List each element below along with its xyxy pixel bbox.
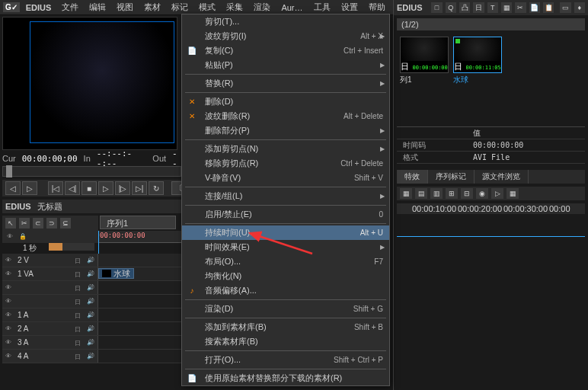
r-min-icon[interactable]: ▭ <box>560 2 570 13</box>
menu-item[interactable]: 粘贴(P)▶ <box>182 58 389 72</box>
menu-settings[interactable]: 设置 <box>337 0 363 14</box>
menu-help[interactable]: 帮助 <box>364 0 390 14</box>
menu-tools[interactable]: 工具 <box>309 0 335 14</box>
speaker-icon[interactable]: 🔊 <box>87 284 94 292</box>
scrub-head[interactable] <box>6 165 12 177</box>
r-close-icon[interactable]: ♦ <box>574 2 585 13</box>
rt-icon-6[interactable]: ◉ <box>476 188 488 199</box>
track-header[interactable]: 👁4 A日🔊 <box>2 350 98 363</box>
r-icon-4[interactable]: 日 <box>473 2 484 13</box>
stop-button[interactable]: ■ <box>81 181 97 195</box>
eye-icon[interactable]: 👁 <box>5 298 13 305</box>
speaker-icon[interactable]: 🔊 <box>87 298 94 305</box>
right-ruler[interactable]: 00:00:10:0000:00:20:0000:00:30:0000:00 <box>397 203 585 214</box>
menu-item[interactable]: 时间效果(E)▶ <box>182 240 389 254</box>
eye-icon[interactable]: 👁 <box>5 353 13 360</box>
menu-item[interactable]: 剪切(T)... <box>182 14 389 29</box>
menu-item[interactable]: 添加剪切点(N)▶ <box>182 142 389 156</box>
menu-view[interactable]: 视图 <box>112 0 138 14</box>
scrubber[interactable] <box>2 166 181 177</box>
rt-icon-8[interactable]: ▦ <box>507 188 519 199</box>
output-icon[interactable]: 日 <box>75 284 82 292</box>
tool-cut-icon[interactable]: ✂ <box>19 218 30 229</box>
next-button[interactable]: ▷ <box>22 181 37 195</box>
goto-end-button[interactable]: ▷| <box>132 181 147 195</box>
rt-icon-2[interactable]: ▤ <box>415 188 427 199</box>
play-button[interactable]: ▷ <box>98 181 113 195</box>
eye-icon[interactable]: 👁 <box>7 233 14 241</box>
r-icon-6[interactable]: ▦ <box>501 2 512 13</box>
speaker-icon[interactable]: 🔊 <box>87 257 94 264</box>
bin-item[interactable]: 日 00:00:00:00列1 <box>400 37 449 87</box>
r-icon-5[interactable]: T <box>487 2 498 13</box>
speaker-icon[interactable]: 🔊 <box>87 339 94 347</box>
track-header[interactable]: 👁2 V日🔊 <box>2 254 98 267</box>
speaker-icon[interactable]: 🔊 <box>87 353 94 360</box>
r-icon-2[interactable]: Q <box>446 2 456 13</box>
tool-select-icon[interactable]: ↖ <box>5 218 16 229</box>
menu-item[interactable]: 搜索素材库(B) <box>182 334 389 349</box>
rt-play-icon[interactable]: ▷ <box>491 188 503 199</box>
lock-icon[interactable]: 🔒 <box>19 233 27 241</box>
track-header[interactable]: 👁3 A日🔊 <box>2 336 98 349</box>
bin-item[interactable]: 日 00:00:11:05水球 <box>453 37 502 87</box>
menu-item[interactable]: 波纹剪切(I)Alt + X▶ <box>182 29 389 43</box>
menu-item[interactable]: 渲染(D)Shift + G <box>182 302 389 316</box>
speaker-icon[interactable]: 🔊 <box>87 270 94 278</box>
output-icon[interactable]: 日 <box>75 339 82 347</box>
preview-frame[interactable] <box>30 21 174 143</box>
menu-capture[interactable]: 采集 <box>222 0 248 14</box>
track-header[interactable]: 👁2 A日🔊 <box>2 322 98 335</box>
clip[interactable]: 水球 <box>98 268 134 279</box>
output-icon[interactable]: 日 <box>75 353 82 360</box>
output-icon[interactable]: 日 <box>75 257 82 264</box>
step-fwd-button[interactable]: |▷ <box>115 181 130 195</box>
loop-button[interactable]: ↻ <box>149 181 164 195</box>
rt-icon-5[interactable]: ⊟ <box>461 188 473 199</box>
zoom-slider[interactable] <box>49 243 94 251</box>
menu-item[interactable]: 持续时间(U)...Alt + U <box>182 225 389 240</box>
r-icon-3[interactable]: 凸 <box>459 2 470 13</box>
r-paste-icon[interactable]: 📋 <box>543 2 554 13</box>
prev-button[interactable]: ◁ <box>5 181 21 195</box>
speaker-icon[interactable]: 🔊 <box>87 312 94 319</box>
menu-item[interactable]: 连接/组(L)▶ <box>182 189 389 203</box>
menu-item[interactable]: ✕删除(D) <box>182 94 389 109</box>
menu-render[interactable]: 渲染 <box>249 0 275 14</box>
menu-aur[interactable]: Aur… <box>276 2 307 14</box>
output-icon[interactable]: 日 <box>75 298 82 305</box>
track-header[interactable]: 👁1 A日🔊 <box>2 308 98 321</box>
menu-item[interactable]: ✕波纹删除(R)Alt + Delete <box>182 109 389 123</box>
menu-item[interactable]: 📄复制(C)Ctrl + Insert <box>182 43 389 58</box>
menu-item[interactable]: 启用/禁止(E)0 <box>182 207 389 222</box>
output-icon[interactable]: 日 <box>75 270 82 278</box>
right-tab[interactable]: 源文件浏览 <box>475 170 529 184</box>
output-icon[interactable]: 日 <box>75 325 82 333</box>
menu-file[interactable]: 文件 <box>57 0 83 14</box>
menu-mark[interactable]: 标记 <box>167 0 193 14</box>
eye-icon[interactable]: 👁 <box>5 312 13 319</box>
speaker-icon[interactable]: 🔊 <box>87 325 94 333</box>
tool-snap-icon[interactable]: ⊃ <box>46 218 57 229</box>
menu-item[interactable]: 布局(O)...F7 <box>182 254 389 269</box>
rt-icon-4[interactable]: ⊞ <box>446 188 458 199</box>
rt-icon-1[interactable]: ▦ <box>400 188 412 199</box>
eye-icon[interactable]: 👁 <box>5 257 13 264</box>
menu-item[interactable]: 替换(R)▶ <box>182 76 389 91</box>
eye-icon[interactable]: 👁 <box>5 284 13 292</box>
r-scissors-icon[interactable]: ✂ <box>515 2 526 13</box>
rt-icon-3[interactable]: ▥ <box>430 188 443 199</box>
goto-start-button[interactable]: |◁ <box>48 181 63 195</box>
r-icon-1[interactable]: □ <box>431 2 442 13</box>
track-header[interactable]: 👁1 VA日🔊 <box>2 267 98 280</box>
eye-icon[interactable]: 👁 <box>5 339 13 347</box>
r-copy-icon[interactable]: 📄 <box>529 2 540 13</box>
right-tab[interactable]: 特效 <box>397 170 428 184</box>
onesec-label[interactable]: 1 秒 <box>23 243 37 254</box>
menu-item[interactable]: 添加到素材库(B)Shift + B <box>182 320 389 334</box>
step-back-button[interactable]: ◁| <box>65 181 80 195</box>
track-header[interactable]: 👁日🔊 <box>2 281 98 294</box>
eye-icon[interactable]: 👁 <box>5 325 13 333</box>
menu-item[interactable]: 删除部分(P)▶ <box>182 123 389 138</box>
track-header[interactable]: 👁日🔊 <box>2 295 98 308</box>
